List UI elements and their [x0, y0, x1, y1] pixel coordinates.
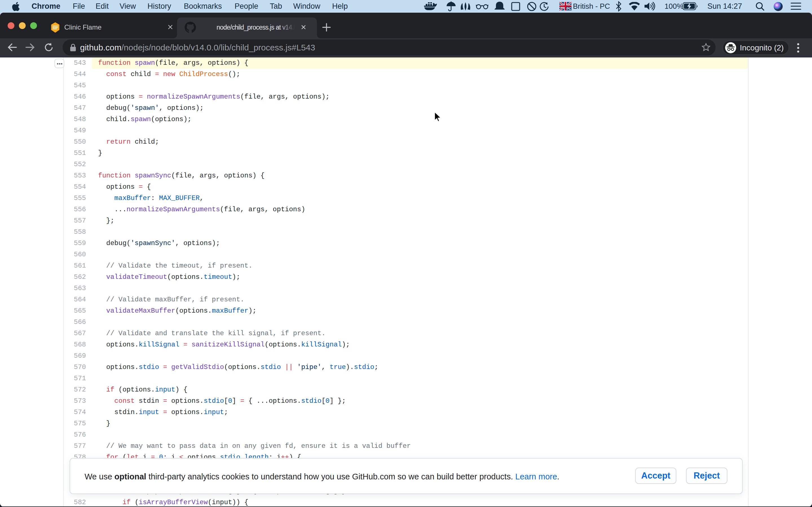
svg-text:PC: PC [566, 7, 571, 10]
